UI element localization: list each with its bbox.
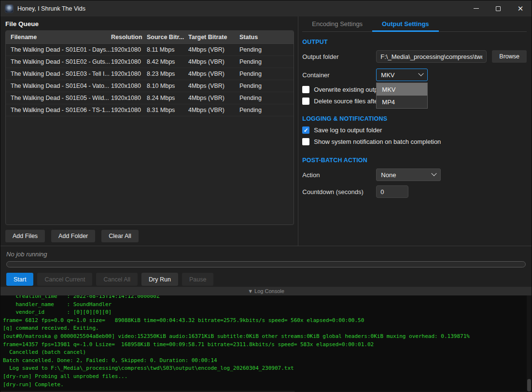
section-output: OUTPUT bbox=[302, 39, 527, 45]
cell-target-bitrate: 4Mbps (VBR) bbox=[188, 107, 239, 113]
tab-output-settings[interactable]: Output Settings bbox=[372, 16, 439, 31]
file-queue-table: Filename Resolution Source Bitr... Targe… bbox=[5, 30, 294, 225]
log-vertical-scrollbar[interactable] bbox=[527, 295, 532, 392]
maximize-button[interactable] bbox=[487, 0, 509, 16]
job-status-text: No job running bbox=[6, 251, 526, 258]
dry-run-button[interactable]: Dry Run bbox=[141, 273, 178, 286]
cell-resolution: 1920x1080 bbox=[111, 70, 147, 77]
file-queue-panel: File Queue Filename Resolution Source Bi… bbox=[0, 16, 298, 246]
column-header-resolution[interactable]: Resolution bbox=[111, 34, 147, 41]
close-icon: ✕ bbox=[518, 4, 524, 13]
log-line: creation_time : 2022-08-13T14:14:12.0000… bbox=[3, 295, 532, 301]
cell-status: Pending bbox=[239, 58, 294, 65]
container-row: Container MKV MKV MP4 bbox=[302, 69, 527, 81]
countdown-input[interactable] bbox=[376, 185, 408, 198]
column-header-source-bitrate[interactable]: Source Bitr... bbox=[147, 34, 188, 41]
cell-target-bitrate: 4Mbps (VBR) bbox=[188, 83, 239, 89]
save-log-checkbox[interactable]: ✓ bbox=[302, 126, 309, 134]
cell-filename: The Walking Dead - S01E06 - TS-1... bbox=[6, 107, 111, 113]
overwrite-checkbox[interactable] bbox=[302, 86, 309, 93]
progress-bar bbox=[6, 261, 526, 267]
cell-source-bitrate: 8.42 Mbps bbox=[147, 58, 188, 65]
chevron-down-icon bbox=[419, 71, 424, 76]
cell-target-bitrate: 4Mbps (VBR) bbox=[188, 58, 239, 65]
action-label: Action bbox=[302, 171, 376, 179]
section-post-batch-action: POST-BATCH ACTION bbox=[302, 157, 527, 164]
cell-resolution: 1920x1080 bbox=[111, 107, 147, 113]
log-line: [dry-run] Complete. bbox=[3, 381, 532, 389]
column-header-target-bitrate[interactable]: Target Bitrate bbox=[188, 34, 239, 41]
cancel-current-button[interactable]: Cancel Current bbox=[37, 273, 92, 286]
job-control-strip: No job running Start Cancel Current Canc… bbox=[0, 246, 532, 287]
app-window: { "window": { "title": "Honey, I Shrunk … bbox=[0, 0, 532, 392]
action-row: Action None bbox=[302, 168, 527, 181]
cell-status: Pending bbox=[239, 70, 294, 77]
log-output: creation_time : 2022-08-13T14:14:12.0000… bbox=[3, 295, 532, 389]
cell-resolution: 1920x1080 bbox=[111, 95, 147, 101]
countdown-label: Countdown (seconds) bbox=[302, 188, 376, 196]
table-row[interactable]: The Walking Dead - S01E05 - Wild... 1920… bbox=[6, 92, 294, 104]
cell-resolution: 1920x1080 bbox=[111, 83, 147, 89]
cell-source-bitrate: 8.23 Mbps bbox=[147, 70, 188, 77]
container-dropdown-popup: MKV MP4 bbox=[376, 83, 428, 109]
container-select[interactable]: MKV bbox=[376, 69, 428, 81]
browse-button[interactable]: Browse bbox=[492, 50, 527, 63]
notify-checkbox[interactable] bbox=[302, 138, 309, 145]
table-row[interactable]: The Walking Dead - S01E01 - Days... 1920… bbox=[6, 44, 294, 56]
add-folder-button[interactable]: Add Folder bbox=[51, 230, 95, 242]
table-row[interactable]: The Walking Dead - S01E04 - Vato... 1920… bbox=[6, 80, 294, 92]
close-button[interactable]: ✕ bbox=[509, 0, 532, 16]
container-option-mkv[interactable]: MKV bbox=[377, 83, 427, 96]
cell-source-bitrate: 8.11 Mbps bbox=[147, 46, 188, 53]
app-icon bbox=[5, 4, 14, 13]
cell-target-bitrate: 4Mbps (VBR) bbox=[188, 70, 239, 77]
log-line: Log saved to F:\_Media\_processing\compr… bbox=[3, 364, 532, 373]
start-button[interactable]: Start bbox=[6, 273, 33, 286]
log-console-toggle[interactable]: ▼ Log Console bbox=[0, 287, 532, 295]
cell-status: Pending bbox=[239, 46, 294, 53]
container-selected-value: MKV bbox=[381, 71, 394, 79]
settings-panel: Encoding Settings Output Settings OUTPUT… bbox=[298, 16, 532, 246]
output-folder-label: Output folder bbox=[302, 53, 376, 60]
log-line: vendor_id : [0][0][0][0] bbox=[3, 308, 532, 317]
clear-all-button[interactable]: Clear All bbox=[101, 230, 139, 242]
minimize-icon bbox=[474, 8, 479, 9]
log-line: Batch cancelled. Done: 2, Failed: 0, Ski… bbox=[3, 357, 532, 365]
cell-filename: The Walking Dead - S01E01 - Days... bbox=[6, 46, 111, 53]
cancel-all-button[interactable]: Cancel All bbox=[96, 273, 138, 286]
notify-label: Show system notification on batch comple… bbox=[314, 138, 441, 145]
cell-filename: The Walking Dead - S01E03 - Tell I... bbox=[6, 70, 111, 77]
log-line: Cancelled (batch cancel) bbox=[3, 349, 532, 357]
output-folder-input[interactable] bbox=[376, 50, 487, 63]
cell-target-bitrate: 4Mbps (VBR) bbox=[188, 46, 239, 53]
table-row[interactable]: The Walking Dead - S01E06 - TS-1... 1920… bbox=[6, 104, 294, 116]
section-logging-notifications: LOGGING & NOTIFICATIONS bbox=[302, 115, 527, 122]
column-header-filename[interactable]: Filename bbox=[6, 34, 111, 41]
column-header-status[interactable]: Status bbox=[239, 34, 294, 41]
maximize-icon bbox=[496, 6, 501, 11]
output-folder-row: Output folder Browse bbox=[302, 50, 527, 63]
titlebar: Honey, I Shrunk The Vids ✕ bbox=[0, 0, 532, 16]
cell-source-bitrate: 8.24 Mbps bbox=[147, 95, 188, 101]
table-row[interactable]: The Walking Dead - S01E02 - Guts... 1920… bbox=[6, 56, 294, 68]
pause-button[interactable]: Pause bbox=[182, 273, 213, 286]
tab-encoding-settings[interactable]: Encoding Settings bbox=[302, 16, 372, 31]
notify-row: Show system notification on batch comple… bbox=[302, 138, 527, 146]
delete-source-label: Delete source files after bbox=[314, 98, 380, 105]
cell-status: Pending bbox=[239, 83, 294, 89]
log-line: [dry-run] Probing all unprobed files... bbox=[3, 373, 532, 381]
log-vertical-scrollbar-thumb[interactable] bbox=[527, 379, 531, 392]
add-files-button[interactable]: Add Files bbox=[5, 230, 45, 242]
save-log-label: Save log to output folder bbox=[314, 126, 382, 134]
cell-resolution: 1920x1080 bbox=[111, 58, 147, 65]
minimize-button[interactable] bbox=[465, 0, 487, 16]
table-row[interactable]: The Walking Dead - S01E03 - Tell I... 19… bbox=[6, 68, 294, 80]
container-label: Container bbox=[302, 71, 376, 79]
delete-source-checkbox[interactable] bbox=[302, 98, 309, 105]
container-option-mp4[interactable]: MP4 bbox=[377, 96, 427, 108]
queue-actions: Add Files Add Folder Clear All bbox=[5, 230, 298, 242]
log-console[interactable]: creation_time : 2022-08-13T14:14:12.0000… bbox=[0, 295, 532, 392]
cell-source-bitrate: 8.10 Mbps bbox=[147, 83, 188, 89]
log-line: frame= 6812 fps=0.0 q=-1.0 size= 89088Ki… bbox=[3, 317, 532, 325]
action-select[interactable]: None bbox=[376, 168, 441, 181]
